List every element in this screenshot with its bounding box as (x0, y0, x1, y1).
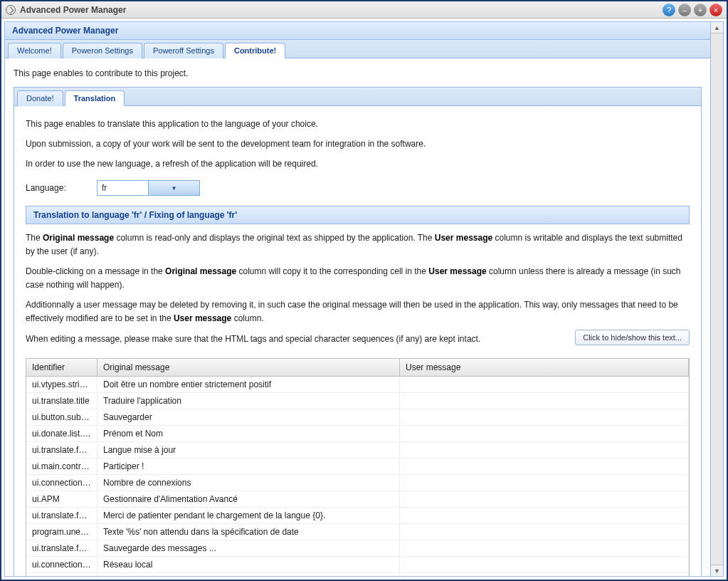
translate-p2: Upon submission, a copy of your work wil… (26, 137, 690, 150)
close-button[interactable]: × (709, 4, 722, 16)
cell-user[interactable] (400, 524, 689, 540)
minimize-button[interactable]: – (678, 4, 691, 16)
scroll-down-icon[interactable]: ▼ (711, 565, 723, 576)
cell-user[interactable] (400, 540, 689, 556)
maximize-button[interactable]: + (694, 4, 707, 16)
cell-original[interactable]: Doit être un nombre entier strictement p… (97, 377, 400, 392)
cell-identifier: ui.donate.descr... (26, 573, 97, 576)
table-row[interactable]: ui.donate.descr...Le développement de ce… (26, 573, 689, 576)
panel-title: Advanced Power Manager (5, 22, 710, 40)
table-row[interactable]: ui.button.submi...Sauvegarder (26, 409, 689, 426)
help-button[interactable]: ? (663, 4, 675, 16)
tab-poweroff[interactable]: Poweroff Settings (144, 43, 223, 58)
translate-p3: In order to use the new language, a refr… (26, 157, 690, 170)
table-row[interactable]: ui.vtypes.strictI...Doit être un nombre … (26, 377, 689, 393)
table-row[interactable]: ui.translate.for...Sauvegarde des messag… (26, 540, 689, 557)
tab-poweron[interactable]: Poweron Settings (63, 43, 142, 58)
main-tabstrip: Welcome! Poweron Settings Poweroff Setti… (5, 40, 710, 58)
cell-identifier: ui.translate.for... (26, 508, 97, 523)
language-combo[interactable]: fr ▼ (97, 180, 200, 196)
sub-tabstrip: Donate! Translation (14, 88, 701, 106)
help-p4: When editing a message, please make sure… (26, 333, 690, 346)
language-row: Language: fr ▼ (26, 180, 690, 196)
cell-user[interactable] (400, 508, 689, 523)
help-text: The Original message column is read-only… (26, 231, 690, 345)
cell-original[interactable]: Gestionnaire d'Alimentation Avancé (97, 491, 400, 507)
cell-identifier: ui.vtypes.strictI... (26, 377, 97, 392)
tab-translation[interactable]: Translation (65, 90, 125, 106)
tab-welcome[interactable]: Welcome! (8, 43, 61, 58)
cell-user[interactable] (400, 491, 689, 507)
cell-user[interactable] (400, 426, 689, 441)
cell-original[interactable]: Nombre de connexions (97, 475, 400, 491)
cell-user[interactable] (400, 475, 689, 491)
col-user[interactable]: User message (400, 359, 689, 376)
scroll-up-icon[interactable]: ▲ (711, 22, 723, 33)
intro-text: This page enables to contribute to this … (14, 67, 702, 80)
app-icon (6, 5, 16, 15)
translation-content: This page enables to translate this appl… (14, 106, 701, 576)
cell-identifier: ui.translate.for... (26, 540, 97, 556)
help-p2: Double-clicking on a message in the Orig… (26, 265, 690, 291)
cell-user[interactable] (400, 377, 689, 392)
table-row[interactable]: ui.connections....Nombre de connexions (26, 475, 689, 491)
cell-user[interactable] (400, 409, 689, 425)
tab-contribute[interactable]: Contribute! (225, 43, 285, 58)
table-row[interactable]: ui.main.contrib...Participer ! (26, 459, 689, 475)
cell-original[interactable]: Traduire l'application (97, 393, 400, 409)
table-row[interactable]: ui.connections.l...Réseau local (26, 557, 689, 573)
cell-identifier: program.unexp... (26, 524, 97, 540)
col-original[interactable]: Original message (97, 359, 400, 376)
table-row[interactable]: ui.donate.list.na...Prénom et Nom (26, 426, 689, 442)
cell-original[interactable]: Merci de patienter pendant le chargement… (97, 508, 400, 523)
cell-original[interactable]: Le développement de cette application a … (97, 573, 400, 576)
cell-original[interactable]: Réseau local (97, 557, 400, 572)
tab-content: This page enables to contribute to this … (5, 58, 710, 576)
table-row[interactable]: program.unexp...Texte '%s' non attendu d… (26, 524, 689, 540)
cell-original[interactable]: Prénom et Nom (97, 426, 400, 441)
cell-original[interactable]: Participer ! (97, 459, 400, 474)
cell-user[interactable] (400, 459, 689, 474)
table-row[interactable]: ui.translate.for...Langue mise à jour (26, 442, 689, 459)
table-row[interactable]: ui.translate.for...Merci de patienter pe… (26, 508, 689, 524)
cell-user[interactable] (400, 442, 689, 458)
grid-header: Identifier Original message User message (26, 359, 689, 377)
language-value: fr (97, 183, 148, 193)
translation-section-header: Translation to language 'fr' / Fixing of… (26, 206, 690, 224)
cell-original[interactable]: Texte '%s' non attendu dans la spécifica… (97, 524, 400, 540)
chevron-down-icon[interactable]: ▼ (148, 181, 199, 195)
table-row[interactable]: ui.translate.titleTraduire l'application (26, 393, 689, 409)
translate-p1: This page enables to translate this appl… (26, 117, 690, 130)
main-panel: Advanced Power Manager Welcome! Poweron … (4, 21, 711, 577)
translation-grid: Identifier Original message User message… (26, 358, 690, 576)
help-p1: The Original message column is read-only… (26, 231, 690, 258)
table-row[interactable]: ui.APMGestionnaire d'Alimentation Avancé (26, 491, 689, 508)
toggle-help-button[interactable]: Click to hide/show this text... (575, 330, 690, 345)
window-title: Advanced Power Manager (20, 5, 660, 15)
cell-identifier: ui.APM (26, 491, 97, 507)
cell-user[interactable] (400, 557, 689, 572)
col-identifier[interactable]: Identifier (26, 359, 97, 376)
cell-identifier: ui.donate.list.na... (26, 426, 97, 441)
cell-original[interactable]: Sauvegarder (97, 409, 400, 425)
cell-original[interactable]: Langue mise à jour (97, 442, 400, 458)
cell-identifier: ui.translate.for... (26, 442, 97, 458)
cell-identifier: ui.button.submi... (26, 409, 97, 425)
cell-user[interactable] (400, 573, 689, 576)
cell-identifier: ui.translate.title (26, 393, 97, 409)
cell-identifier: ui.connections.l... (26, 557, 97, 572)
app-window: Advanced Power Manager ? – + × Advanced … (0, 0, 728, 581)
cell-identifier: ui.connections.... (26, 475, 97, 491)
cell-user[interactable] (400, 393, 689, 409)
scrollbar[interactable]: ▲ ▼ (711, 21, 724, 577)
tab-donate[interactable]: Donate! (17, 90, 63, 106)
help-p3: Additionnally a user message may be dele… (26, 298, 690, 325)
titlebar: Advanced Power Manager ? – + × (1, 1, 727, 19)
cell-identifier: ui.main.contrib... (26, 459, 97, 474)
workarea: Advanced Power Manager Welcome! Poweron … (1, 19, 727, 580)
cell-original[interactable]: Sauvegarde des messages ... (97, 540, 400, 556)
sub-panel: Donate! Translation This page enables to… (14, 87, 702, 576)
grid-body: ui.vtypes.strictI...Doit être un nombre … (26, 377, 689, 576)
language-label: Language: (26, 183, 97, 193)
